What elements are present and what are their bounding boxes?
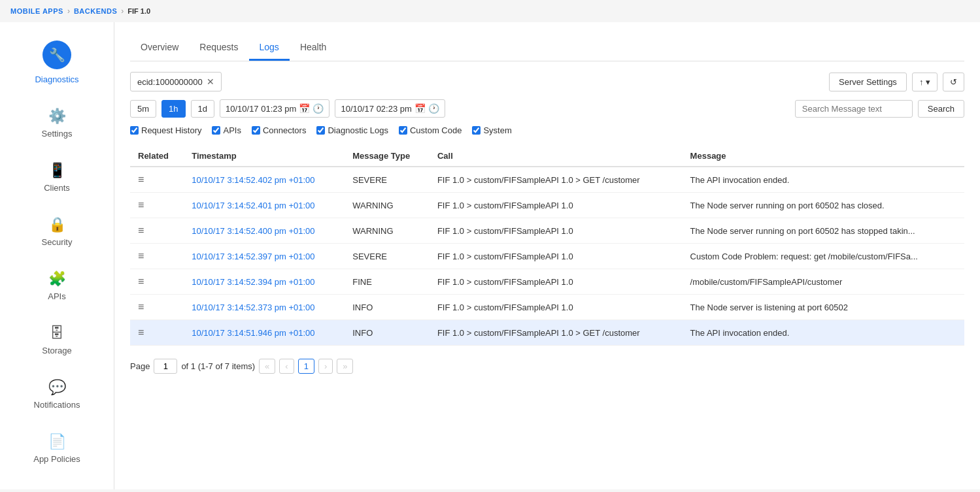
cell-message-type: SEVERE bbox=[345, 244, 430, 269]
breadcrumb-current: FIF 1.0 bbox=[127, 7, 150, 15]
storage-icon: 🗄 bbox=[50, 325, 64, 342]
page-prev-button[interactable]: ‹ bbox=[279, 359, 294, 374]
related-icon[interactable]: ≡ bbox=[138, 327, 144, 338]
table-row[interactable]: ≡10/10/17 3:14:52.373 pm +01:00INFOFIF 1… bbox=[130, 295, 964, 320]
to-calendar-icon[interactable]: 📅 bbox=[414, 103, 426, 114]
cell-related[interactable]: ≡ bbox=[130, 244, 184, 269]
timestamp-link[interactable]: 10/10/17 3:14:51.946 pm +01:00 bbox=[192, 328, 314, 338]
page-last-button[interactable]: » bbox=[337, 359, 353, 374]
refresh-button[interactable]: ↺ bbox=[943, 73, 964, 91]
checkbox-system[interactable]: System bbox=[472, 125, 511, 135]
timestamp-link[interactable]: 10/10/17 3:14:52.397 pm +01:00 bbox=[192, 252, 314, 261]
checkbox-request-history[interactable]: Request History bbox=[130, 125, 201, 135]
pagination: Page of 1 (1-7 of 7 items) « ‹ 1 › » bbox=[130, 359, 964, 374]
timestamp-link[interactable]: 10/10/17 3:14:52.394 pm +01:00 bbox=[192, 277, 314, 287]
related-icon[interactable]: ≡ bbox=[138, 276, 144, 287]
breadcrumb-backends[interactable]: BACKENDS bbox=[74, 7, 117, 15]
table-row[interactable]: ≡10/10/17 3:14:52.402 pm +01:00SEVEREFIF… bbox=[130, 167, 964, 193]
timestamp-link[interactable]: 10/10/17 3:14:52.400 pm +01:00 bbox=[192, 226, 314, 236]
cell-related[interactable]: ≡ bbox=[130, 218, 184, 244]
timestamp-link[interactable]: 10/10/17 3:14:52.373 pm +01:00 bbox=[192, 303, 314, 312]
tab-requests[interactable]: Requests bbox=[189, 35, 248, 61]
cell-message-type: FINE bbox=[345, 269, 430, 295]
filter-bar: ecid:1000000000 ✕ Server Settings ↑ ▾ ↺ bbox=[130, 72, 964, 91]
filter-tag: ecid:1000000000 ✕ bbox=[130, 72, 222, 91]
cell-message-type: SEVERE bbox=[345, 167, 430, 193]
cell-related[interactable]: ≡ bbox=[130, 167, 184, 193]
from-date-input[interactable]: 10/10/17 01:23 pm 📅 🕐 bbox=[220, 99, 329, 118]
cell-related[interactable]: ≡ bbox=[130, 193, 184, 218]
to-clock-icon[interactable]: 🕐 bbox=[428, 103, 439, 114]
sort-order-button[interactable]: ↑ ▾ bbox=[912, 73, 938, 91]
app-policies-icon: 📄 bbox=[48, 433, 66, 450]
time-1d-button[interactable]: 1d bbox=[191, 100, 214, 118]
to-date-input[interactable]: 10/10/17 02:23 pm 📅 🕐 bbox=[335, 99, 445, 118]
timestamp-link[interactable]: 10/10/17 3:14:52.402 pm +01:00 bbox=[192, 175, 314, 185]
tab-health[interactable]: Health bbox=[290, 35, 337, 61]
col-call: Call bbox=[430, 146, 683, 167]
sidebar-item-diagnostics[interactable]: 🔧 Diagnostics bbox=[0, 29, 114, 96]
table-row[interactable]: ≡10/10/17 3:14:52.401 pm +01:00WARNINGFI… bbox=[130, 193, 964, 218]
page-next-button[interactable]: › bbox=[318, 359, 333, 374]
cell-message: The API invocation ended. bbox=[683, 167, 964, 193]
sidebar: 🔧 Diagnostics ⚙️ Settings 📱 Clients 🔒 Se… bbox=[0, 22, 114, 489]
related-icon[interactable]: ≡ bbox=[138, 174, 144, 185]
cell-call: FIF 1.0 > custom/FIFSampleAPI 1.0 bbox=[430, 193, 683, 218]
checkbox-apis[interactable]: APIs bbox=[212, 125, 241, 135]
sidebar-item-notifications[interactable]: 💬 Notifications bbox=[0, 367, 114, 421]
search-message-button[interactable]: Search bbox=[918, 100, 964, 118]
cell-timestamp: 10/10/17 3:14:52.373 pm +01:00 bbox=[184, 295, 345, 320]
filter-tag-close[interactable]: ✕ bbox=[207, 76, 214, 87]
table-row[interactable]: ≡10/10/17 3:14:52.397 pm +01:00SEVEREFIF… bbox=[130, 244, 964, 269]
cell-timestamp: 10/10/17 3:14:52.401 pm +01:00 bbox=[184, 193, 345, 218]
page-first-button[interactable]: « bbox=[259, 359, 275, 374]
from-clock-icon[interactable]: 🕐 bbox=[313, 103, 324, 114]
cell-related[interactable]: ≡ bbox=[130, 320, 184, 346]
breadcrumb: MOBILE APPS › BACKENDS › FIF 1.0 bbox=[0, 0, 980, 22]
table-row[interactable]: ≡10/10/17 3:14:51.946 pm +01:00INFOFIF 1… bbox=[130, 320, 964, 346]
table-row[interactable]: ≡10/10/17 3:14:52.394 pm +01:00FINEFIF 1… bbox=[130, 269, 964, 295]
checkbox-row: Request History APIs Connectors Diagnost… bbox=[130, 125, 964, 135]
cell-message: The Node server running on port 60502 ha… bbox=[683, 193, 964, 218]
log-table: Related Timestamp Message Type Call Mess… bbox=[130, 146, 964, 346]
related-icon[interactable]: ≡ bbox=[138, 250, 144, 261]
timestamp-link[interactable]: 10/10/17 3:14:52.401 pm +01:00 bbox=[192, 201, 314, 210]
from-calendar-icon[interactable]: 📅 bbox=[299, 103, 310, 114]
cell-call: FIF 1.0 > custom/FIFSampleAPI 1.0 bbox=[430, 244, 683, 269]
time-1h-button[interactable]: 1h bbox=[161, 100, 185, 118]
related-icon[interactable]: ≡ bbox=[138, 199, 144, 210]
sidebar-security-label: Security bbox=[42, 237, 73, 247]
related-icon[interactable]: ≡ bbox=[138, 301, 144, 312]
cell-related[interactable]: ≡ bbox=[130, 295, 184, 320]
col-message: Message bbox=[683, 146, 964, 167]
col-timestamp: Timestamp bbox=[184, 146, 345, 167]
cell-timestamp: 10/10/17 3:14:52.402 pm +01:00 bbox=[184, 167, 345, 193]
cell-message: The Node server running on port 60502 ha… bbox=[683, 218, 964, 244]
related-icon[interactable]: ≡ bbox=[138, 225, 144, 236]
sidebar-clients-label: Clients bbox=[44, 183, 70, 193]
sidebar-item-settings[interactable]: ⚙️ Settings bbox=[0, 96, 114, 150]
time-5m-button[interactable]: 5m bbox=[130, 100, 156, 118]
search-message-input[interactable] bbox=[795, 100, 913, 118]
server-settings-button[interactable]: Server Settings bbox=[829, 73, 907, 91]
breadcrumb-mobile-apps[interactable]: MOBILE APPS bbox=[10, 7, 63, 15]
tab-overview[interactable]: Overview bbox=[130, 35, 189, 61]
cell-call: FIF 1.0 > custom/FIFSampleAPI 1.0 > GET … bbox=[430, 167, 683, 193]
page-input[interactable] bbox=[154, 359, 177, 374]
cell-related[interactable]: ≡ bbox=[130, 269, 184, 295]
table-row[interactable]: ≡10/10/17 3:14:52.400 pm +01:00WARNINGFI… bbox=[130, 218, 964, 244]
sidebar-item-clients[interactable]: 📱 Clients bbox=[0, 150, 114, 205]
cell-timestamp: 10/10/17 3:14:52.400 pm +01:00 bbox=[184, 218, 345, 244]
cell-call: FIF 1.0 > custom/FIFSampleAPI 1.0 > GET … bbox=[430, 320, 683, 346]
tab-logs[interactable]: Logs bbox=[249, 35, 290, 61]
sidebar-item-app-policies[interactable]: 📄 App Policies bbox=[0, 421, 114, 476]
checkbox-custom-code[interactable]: Custom Code bbox=[399, 125, 462, 135]
main-content: Overview Requests Logs Health ecid:10000… bbox=[114, 22, 980, 489]
cell-timestamp: 10/10/17 3:14:52.394 pm +01:00 bbox=[184, 269, 345, 295]
sidebar-item-apis[interactable]: 🧩 APIs bbox=[0, 259, 114, 313]
checkbox-diagnostic-logs[interactable]: Diagnostic Logs bbox=[316, 125, 388, 135]
sidebar-item-storage[interactable]: 🗄 Storage bbox=[0, 313, 114, 367]
checkbox-connectors[interactable]: Connectors bbox=[252, 125, 306, 135]
filter-tag-text: ecid:1000000000 bbox=[137, 77, 203, 87]
sidebar-item-security[interactable]: 🔒 Security bbox=[0, 205, 114, 259]
